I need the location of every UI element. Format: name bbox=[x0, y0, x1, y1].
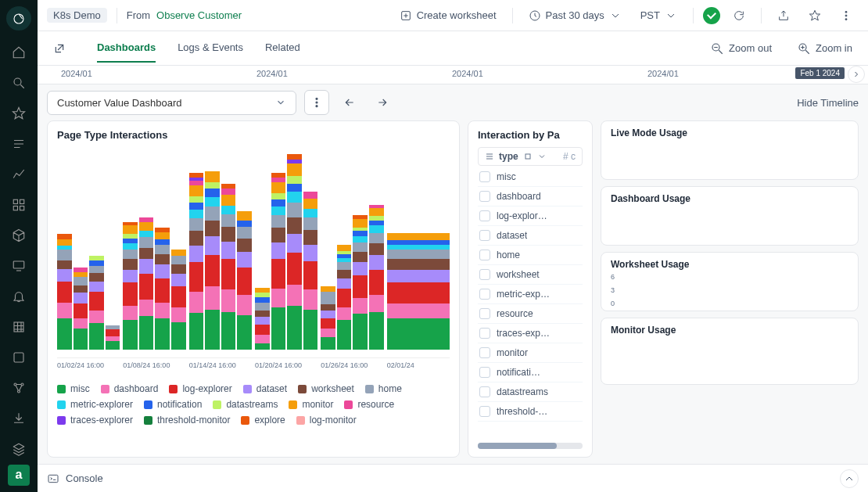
list-item[interactable]: traces-exp… bbox=[478, 324, 583, 343]
list-item[interactable]: monitor bbox=[478, 343, 583, 363]
worksheet-usage-chart[interactable]: 6 3 0 bbox=[611, 273, 848, 307]
legend-swatch bbox=[289, 400, 297, 409]
list-item[interactable]: misc bbox=[478, 167, 583, 187]
star-icon bbox=[809, 9, 821, 22]
nav-monitor-icon[interactable] bbox=[3, 250, 34, 281]
checkbox[interactable] bbox=[479, 269, 490, 280]
list-item[interactable]: threshold-… bbox=[478, 402, 583, 422]
nav-bell-icon[interactable] bbox=[3, 281, 34, 311]
kebab-icon bbox=[310, 96, 323, 109]
checkbox[interactable] bbox=[479, 250, 490, 260]
horizontal-scrollbar[interactable] bbox=[478, 443, 583, 449]
checkbox[interactable] bbox=[479, 406, 490, 417]
legend-item[interactable]: misc bbox=[57, 383, 90, 394]
legend-item[interactable]: metric-explorer bbox=[57, 399, 133, 410]
timeline-next-button[interactable] bbox=[848, 66, 865, 83]
legend-item[interactable]: threshold-monitor bbox=[144, 415, 230, 426]
legend-item[interactable]: home bbox=[365, 383, 402, 394]
list-item[interactable]: dashboard bbox=[478, 187, 583, 206]
svg-rect-22 bbox=[525, 154, 530, 159]
list-item[interactable]: worksheet bbox=[478, 265, 583, 285]
list-item[interactable]: resource bbox=[478, 304, 583, 324]
list-item[interactable]: home bbox=[478, 246, 583, 265]
monitor-usage-chart[interactable] bbox=[611, 339, 848, 381]
svg-rect-2 bbox=[13, 199, 17, 203]
interaction-list[interactable]: miscdashboardlog-explor…datasethomeworks… bbox=[478, 167, 583, 438]
list-item[interactable]: log-explor… bbox=[478, 206, 583, 226]
timeline-ruler[interactable]: 2024/01 2024/01 2024/01 2024/01 Feb 1 20… bbox=[38, 66, 868, 84]
stacked-bar-chart[interactable] bbox=[57, 147, 450, 358]
dashboard-selector[interactable]: Customer Value Dashboard bbox=[47, 91, 296, 115]
nav-worksheet-icon[interactable] bbox=[3, 343, 34, 373]
open-external-button[interactable] bbox=[47, 36, 72, 61]
timezone-picker[interactable]: PST bbox=[634, 6, 683, 25]
nav-forward-button[interactable] bbox=[370, 90, 395, 115]
expand-console-button[interactable] bbox=[840, 469, 859, 488]
checkbox[interactable] bbox=[479, 171, 490, 182]
share-button[interactable] bbox=[771, 6, 796, 25]
nav-star-icon[interactable] bbox=[3, 98, 34, 128]
checkbox[interactable] bbox=[479, 367, 490, 378]
checkbox[interactable] bbox=[479, 289, 490, 300]
nav-back-button[interactable] bbox=[337, 90, 362, 115]
tab-bar: Dashboards Logs & Events Related Zoom ou… bbox=[38, 31, 868, 66]
nav-home-icon[interactable] bbox=[3, 37, 34, 67]
checkbox[interactable] bbox=[479, 230, 490, 241]
list-item[interactable]: dataset bbox=[478, 226, 583, 246]
svg-point-10 bbox=[21, 383, 23, 386]
tab-logs-events[interactable]: Logs & Events bbox=[178, 34, 243, 63]
list-item[interactable]: metric-exp… bbox=[478, 285, 583, 304]
zoom-out-button[interactable]: Zoom out bbox=[704, 38, 778, 59]
legend-item[interactable]: dashboard bbox=[101, 383, 159, 394]
checkbox[interactable] bbox=[479, 347, 490, 358]
dashboard-usage-chart[interactable] bbox=[611, 207, 848, 242]
worksheet-usage-card: Worksheet Usage 6 3 0 bbox=[601, 252, 859, 311]
top-bar: K8s Demo From Observe Customer Create wo… bbox=[38, 0, 868, 31]
checkbox[interactable] bbox=[479, 328, 490, 339]
nav-dashboards-icon[interactable] bbox=[3, 189, 34, 220]
nav-layers-icon[interactable] bbox=[3, 434, 34, 465]
list-header[interactable]: type # c bbox=[478, 147, 583, 166]
nav-grid-icon[interactable] bbox=[3, 312, 34, 343]
nav-package-icon[interactable] bbox=[3, 220, 34, 250]
customer-link[interactable]: Observe Customer bbox=[156, 9, 242, 21]
tab-dashboards[interactable]: Dashboards bbox=[97, 34, 156, 63]
legend-item[interactable]: resource bbox=[344, 399, 394, 410]
app-logo[interactable] bbox=[6, 6, 31, 31]
live-mode-chart[interactable] bbox=[611, 142, 848, 176]
nav-graph-icon[interactable] bbox=[3, 373, 34, 404]
legend-item[interactable]: monitor bbox=[289, 399, 333, 410]
time-range-picker[interactable]: Past 30 days bbox=[522, 6, 628, 25]
favorite-button[interactable] bbox=[802, 6, 827, 25]
legend-item[interactable]: log-monitor bbox=[296, 415, 357, 426]
list-item[interactable]: notificati… bbox=[478, 363, 583, 382]
checkbox[interactable] bbox=[479, 210, 490, 221]
legend-item[interactable]: explore bbox=[241, 415, 285, 426]
app-switcher-badge[interactable]: a bbox=[8, 465, 30, 486]
nav-download-icon[interactable] bbox=[3, 404, 34, 434]
dashboard-more-button[interactable] bbox=[304, 90, 329, 115]
legend-item[interactable]: dataset bbox=[243, 383, 287, 394]
checkbox[interactable] bbox=[479, 191, 490, 202]
arrow-right-icon bbox=[376, 96, 389, 109]
refresh-button[interactable] bbox=[726, 6, 751, 25]
nav-logs-icon[interactable] bbox=[3, 128, 34, 159]
legend-item[interactable]: notification bbox=[144, 399, 202, 410]
legend-item[interactable]: worksheet bbox=[298, 383, 354, 394]
nav-search-icon[interactable] bbox=[3, 67, 34, 98]
svg-point-9 bbox=[14, 383, 16, 386]
list-item[interactable]: datastreams bbox=[478, 382, 583, 402]
more-menu-button[interactable] bbox=[834, 6, 859, 25]
checkbox[interactable] bbox=[479, 308, 490, 319]
checkbox[interactable] bbox=[479, 386, 490, 397]
hide-timeline-button[interactable]: Hide Timeline bbox=[797, 97, 859, 109]
legend-item[interactable]: traces-explorer bbox=[57, 415, 133, 426]
nav-metrics-icon[interactable] bbox=[3, 159, 34, 189]
legend-item[interactable]: datastreams bbox=[213, 399, 278, 410]
console-label[interactable]: Console bbox=[66, 472, 103, 484]
create-worksheet-button[interactable]: Create worksheet bbox=[393, 6, 503, 25]
svg-point-20 bbox=[316, 102, 317, 103]
zoom-in-button[interactable]: Zoom in bbox=[791, 38, 859, 59]
legend-item[interactable]: log-explorer bbox=[169, 383, 231, 394]
tab-related[interactable]: Related bbox=[265, 34, 300, 63]
